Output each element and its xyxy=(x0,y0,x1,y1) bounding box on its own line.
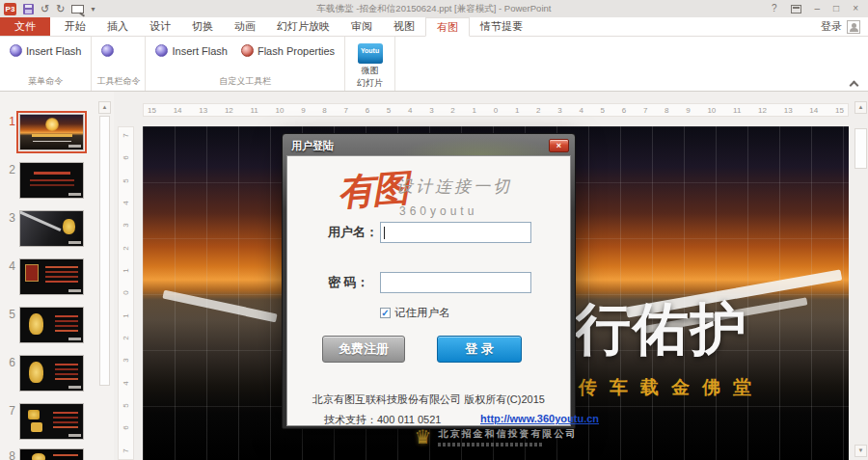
company-subtitle-bar xyxy=(438,443,544,446)
undo-icon[interactable]: ↺ xyxy=(41,4,49,14)
ruler-number: 7 xyxy=(122,133,130,137)
slide-number: 5 xyxy=(6,307,15,321)
ruler-number: 8 xyxy=(322,106,326,115)
ruler-number: 2 xyxy=(536,106,540,115)
dialog-title: 用户登陆 xyxy=(286,139,334,153)
password-input[interactable] xyxy=(380,272,531,293)
close-button[interactable]: × xyxy=(853,4,858,14)
ruler-number: 11 xyxy=(733,106,741,115)
slide-thumbnail-image[interactable] xyxy=(19,258,84,295)
slide-thumbnail-image[interactable] xyxy=(19,114,84,150)
remember-username-checkbox[interactable]: ✓ xyxy=(380,308,391,318)
insert-flash-button[interactable]: Insert Flash xyxy=(153,42,229,59)
tab-视图[interactable]: 视图 xyxy=(383,17,425,36)
youtu-icon: Youtu xyxy=(358,43,383,64)
slide-thumbnail-8[interactable]: 8 xyxy=(6,448,84,460)
thumbnail-watermark xyxy=(68,338,81,340)
ruler-number: 5 xyxy=(387,106,391,115)
button-label: Insert Flash xyxy=(26,45,81,57)
scrollbar-thumb[interactable] xyxy=(854,128,867,169)
support-url-link[interactable]: http://www.360youtu.cn xyxy=(480,413,599,424)
start-slideshow-icon[interactable] xyxy=(71,5,84,14)
username-input[interactable] xyxy=(380,222,531,243)
tab-动画[interactable]: 动画 xyxy=(224,17,266,36)
thumbnail-scrollbar[interactable]: ▲ xyxy=(98,101,111,460)
slide-thumbnail-image[interactable] xyxy=(19,355,84,392)
dialog-title-bar[interactable]: 用户登陆 × xyxy=(286,136,571,155)
vertical-ruler: 765432101234567 xyxy=(118,126,134,460)
insert-flash-button[interactable]: Insert Flash xyxy=(8,42,83,59)
ruler-number: 9 xyxy=(686,106,690,115)
ribbon: Insert Flash菜单命令工具栏命令Insert FlashFlash P… xyxy=(0,37,868,92)
ruler-number: 8 xyxy=(665,106,668,115)
ruler-number: 5 xyxy=(122,178,130,182)
slide-thumbnail-2[interactable]: 2 xyxy=(6,162,84,199)
save-icon[interactable] xyxy=(23,4,34,14)
slide-thumbnail-image[interactable] xyxy=(19,403,84,440)
main-scrollbar[interactable]: ▲ ▼ xyxy=(854,101,868,460)
slide-thumbnail-image[interactable] xyxy=(19,162,84,199)
slide-thumbnail-6[interactable]: 6 xyxy=(6,355,84,392)
tab-设计[interactable]: 设计 xyxy=(139,17,181,36)
flash-properties-button[interactable]: Flash Properties xyxy=(239,42,337,59)
help-button[interactable]: ? xyxy=(772,4,777,14)
slide-thumbnail-3[interactable]: 3 xyxy=(6,210,84,247)
tab-file[interactable]: 文件 xyxy=(0,17,50,36)
maximize-button[interactable]: □ xyxy=(833,4,839,14)
ribbon-group: 工具栏命令 xyxy=(92,37,146,91)
customize-qat-icon[interactable]: ▾ xyxy=(91,5,95,14)
flash-button[interactable] xyxy=(99,42,116,59)
ruler-number: 12 xyxy=(758,106,767,115)
slide-headline-text: 行佑护 xyxy=(575,292,748,367)
tab-情节提要[interactable]: 情节提要 xyxy=(470,17,533,36)
login-dialog: 用户登陆 × 有图 设计连接一切 360youtu 用户名： 密 码： ✓ 记住… xyxy=(282,133,576,429)
slide-thumbnail-7[interactable]: 7 xyxy=(6,403,84,440)
redo-icon[interactable]: ↻ xyxy=(56,4,65,14)
logo-domain: 360youtu xyxy=(399,204,477,218)
button-label: 微图 xyxy=(362,66,379,76)
youtu-logo: 有图 设计连接一切 360youtu xyxy=(287,166,570,228)
tab-开始[interactable]: 开始 xyxy=(54,17,96,36)
flash-icon xyxy=(10,44,22,57)
ribbon-display-options-icon[interactable] xyxy=(791,5,801,14)
thumbnail-watermark xyxy=(68,145,81,148)
slide-thumbnail-image[interactable] xyxy=(19,307,84,343)
tab-切换[interactable]: 切换 xyxy=(181,17,224,36)
slide-thumbnail-image[interactable] xyxy=(19,448,84,460)
scroll-up-icon[interactable]: ▲ xyxy=(98,101,111,114)
collapse-ribbon-icon[interactable] xyxy=(849,79,858,87)
tab-插入[interactable]: 插入 xyxy=(96,17,139,36)
thumbnail-watermark xyxy=(68,193,81,196)
powerpoint-logo-icon: P3 xyxy=(4,3,16,15)
username-label: 用户名： xyxy=(328,224,378,241)
slide-thumbnail-1[interactable]: 1 xyxy=(6,114,84,150)
ruler-number: 6 xyxy=(122,156,130,160)
ruler-number: 3 xyxy=(557,106,561,115)
slide-thumbnail-5[interactable]: 5 xyxy=(6,307,84,343)
flash-icon xyxy=(155,44,168,57)
tab-幻灯片放映[interactable]: 幻灯片放映 xyxy=(266,17,340,36)
horizontal-ruler: 1514131211109876543210123456789101112131… xyxy=(143,103,849,117)
slide-thumbnail-4[interactable]: 4 xyxy=(6,258,84,295)
dialog-close-button[interactable]: × xyxy=(549,139,569,152)
login-button[interactable]: 登 录 xyxy=(437,336,522,363)
weitu-slides-button[interactable]: Youtu微图幻灯片 xyxy=(353,42,387,90)
ruler-number: 10 xyxy=(707,106,716,115)
minimize-button[interactable]: – xyxy=(815,4,821,14)
tab-审阅[interactable]: 审阅 xyxy=(340,17,383,36)
slide-thumbnail-image[interactable] xyxy=(19,210,84,247)
slide-number: 6 xyxy=(6,355,15,369)
login-link[interactable]: 登录 xyxy=(821,19,842,34)
slide-number: 4 xyxy=(6,258,15,273)
ribbon-group: Insert FlashFlash Properties自定义工具栏 xyxy=(146,37,345,91)
button-label: 幻灯片 xyxy=(357,78,383,89)
scrollbar-thumb[interactable] xyxy=(99,116,110,386)
scroll-down-icon[interactable]: ▼ xyxy=(854,445,867,457)
tab-有图[interactable]: 有图 xyxy=(425,17,470,37)
free-register-button[interactable]: 免费注册 xyxy=(322,336,405,363)
thumbnail-watermark xyxy=(68,289,81,292)
user-avatar-icon xyxy=(847,20,860,34)
ruler-number: 5 xyxy=(122,403,130,407)
account-login[interactable]: 登录 xyxy=(821,17,868,36)
scroll-up-icon[interactable]: ▲ xyxy=(854,101,867,114)
